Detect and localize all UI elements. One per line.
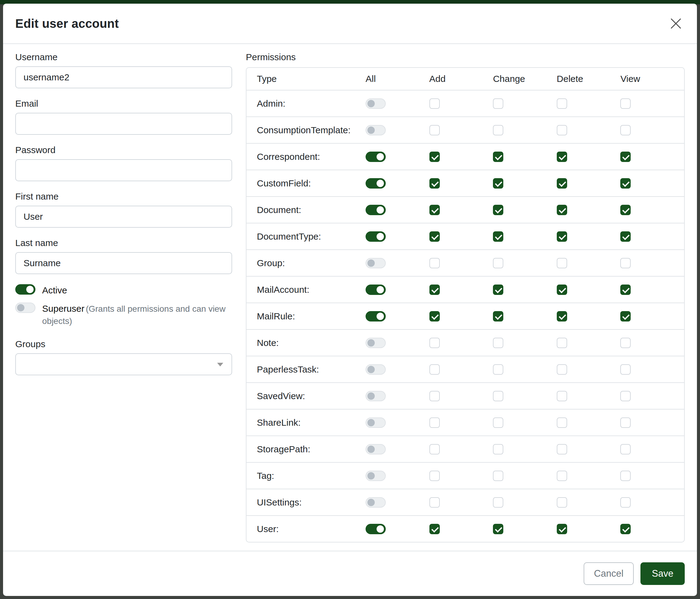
perm-document-change-checkbox[interactable] bbox=[493, 205, 503, 215]
perm-note-delete-checkbox[interactable] bbox=[557, 338, 567, 348]
perm-paperlesstask-change-checkbox[interactable] bbox=[493, 364, 503, 375]
perm-group-all-toggle[interactable] bbox=[366, 258, 386, 268]
perm-consumptiontemplate-delete-checkbox[interactable] bbox=[557, 125, 567, 136]
perm-note-add-checkbox[interactable] bbox=[429, 338, 440, 348]
perm-consumptiontemplate-view-checkbox[interactable] bbox=[620, 125, 631, 136]
perm-sharelink-all-toggle[interactable] bbox=[366, 417, 386, 428]
perm-tag-view-checkbox[interactable] bbox=[620, 471, 631, 481]
perm-mailaccount-change-checkbox[interactable] bbox=[493, 285, 503, 295]
permission-type-label: Tag: bbox=[247, 463, 366, 489]
perm-sharelink-add-checkbox[interactable] bbox=[429, 417, 440, 428]
perm-note-change-checkbox[interactable] bbox=[493, 338, 503, 348]
perm-user-delete-checkbox[interactable] bbox=[557, 524, 567, 534]
perm-mailaccount-all-toggle[interactable] bbox=[366, 285, 386, 295]
perm-tag-change-checkbox[interactable] bbox=[493, 471, 503, 481]
perm-sharelink-delete-checkbox[interactable] bbox=[557, 417, 567, 428]
perm-correspondent-change-checkbox[interactable] bbox=[493, 151, 503, 162]
perm-mailaccount-delete-checkbox[interactable] bbox=[557, 285, 567, 295]
perm-correspondent-add-checkbox[interactable] bbox=[429, 151, 440, 162]
perm-document-delete-checkbox[interactable] bbox=[557, 205, 567, 215]
perm-paperlesstask-view-checkbox[interactable] bbox=[620, 364, 631, 375]
perm-correspondent-delete-checkbox[interactable] bbox=[557, 151, 567, 162]
perm-document-view-checkbox[interactable] bbox=[620, 205, 631, 215]
perm-storagepath-change-checkbox[interactable] bbox=[493, 444, 503, 454]
perm-documenttype-change-checkbox[interactable] bbox=[493, 231, 503, 242]
perm-admin-add-checkbox[interactable] bbox=[429, 98, 440, 109]
perm-admin-view-checkbox[interactable] bbox=[620, 98, 631, 109]
perm-mailrule-all-toggle[interactable] bbox=[366, 311, 386, 321]
email-input[interactable] bbox=[15, 113, 232, 135]
perm-group-view-checkbox[interactable] bbox=[620, 258, 631, 268]
perm-user-all-toggle[interactable] bbox=[366, 524, 386, 534]
perm-uisettings-all-toggle[interactable] bbox=[366, 497, 386, 508]
perm-correspondent-all-toggle[interactable] bbox=[366, 151, 386, 162]
perm-documenttype-delete-checkbox[interactable] bbox=[557, 231, 567, 242]
perm-document-all-toggle[interactable] bbox=[366, 205, 386, 215]
perm-savedview-add-checkbox[interactable] bbox=[429, 391, 440, 401]
perm-paperlesstask-add-checkbox[interactable] bbox=[429, 364, 440, 375]
perm-tag-all-toggle[interactable] bbox=[366, 471, 386, 481]
last-name-input[interactable] bbox=[15, 252, 232, 274]
perm-customfield-change-checkbox[interactable] bbox=[493, 178, 503, 189]
perm-mailrule-change-checkbox[interactable] bbox=[493, 311, 503, 321]
perm-note-all-toggle[interactable] bbox=[366, 338, 386, 348]
perm-consumptiontemplate-change-checkbox[interactable] bbox=[493, 125, 503, 136]
perm-group-change-checkbox[interactable] bbox=[493, 258, 503, 268]
perm-documenttype-all-toggle[interactable] bbox=[366, 231, 386, 242]
groups-select[interactable] bbox=[15, 353, 232, 375]
active-toggle[interactable] bbox=[15, 284, 35, 295]
perm-storagepath-view-checkbox[interactable] bbox=[620, 444, 631, 454]
close-button[interactable] bbox=[667, 15, 685, 32]
perm-mailaccount-view-checkbox[interactable] bbox=[620, 285, 631, 295]
perm-uisettings-delete-checkbox[interactable] bbox=[557, 497, 567, 508]
password-input[interactable] bbox=[15, 159, 232, 181]
perm-storagepath-add-checkbox[interactable] bbox=[429, 444, 440, 454]
perm-admin-change-checkbox[interactable] bbox=[493, 98, 503, 109]
perm-savedview-view-checkbox[interactable] bbox=[620, 391, 631, 401]
perm-documenttype-view-checkbox[interactable] bbox=[620, 231, 631, 242]
perm-admin-all-toggle[interactable] bbox=[366, 98, 386, 109]
perm-customfield-all-toggle[interactable] bbox=[366, 178, 386, 189]
perm-uisettings-add-checkbox[interactable] bbox=[429, 497, 440, 508]
perm-uisettings-change-checkbox[interactable] bbox=[493, 497, 503, 508]
perm-user-add-checkbox[interactable] bbox=[429, 524, 440, 534]
perm-customfield-delete-checkbox[interactable] bbox=[557, 178, 567, 189]
save-button[interactable]: Save bbox=[641, 562, 685, 585]
perm-admin-delete-checkbox[interactable] bbox=[557, 98, 567, 109]
perm-consumptiontemplate-all-toggle[interactable] bbox=[366, 125, 386, 136]
perm-mailrule-add-checkbox[interactable] bbox=[429, 311, 440, 321]
perm-storagepath-all-toggle[interactable] bbox=[366, 444, 386, 454]
perm-tag-delete-checkbox[interactable] bbox=[557, 471, 567, 481]
permission-row-mailrule: MailRule: bbox=[247, 303, 684, 329]
perm-group-delete-checkbox[interactable] bbox=[557, 258, 567, 268]
perm-savedview-change-checkbox[interactable] bbox=[493, 391, 503, 401]
perm-group-add-checkbox[interactable] bbox=[429, 258, 440, 268]
perm-customfield-add-checkbox[interactable] bbox=[429, 178, 440, 189]
perm-customfield-view-checkbox[interactable] bbox=[620, 178, 631, 189]
perm-note-view-checkbox[interactable] bbox=[620, 338, 631, 348]
perm-documenttype-add-checkbox[interactable] bbox=[429, 231, 440, 242]
perm-user-view-checkbox[interactable] bbox=[620, 524, 631, 534]
perm-paperlesstask-delete-checkbox[interactable] bbox=[557, 364, 567, 375]
perm-mailrule-view-checkbox[interactable] bbox=[620, 311, 631, 321]
perm-mailaccount-add-checkbox[interactable] bbox=[429, 285, 440, 295]
superuser-toggle[interactable] bbox=[15, 303, 35, 313]
perm-sharelink-change-checkbox[interactable] bbox=[493, 417, 503, 428]
perm-savedview-all-toggle[interactable] bbox=[366, 391, 386, 401]
perm-document-add-checkbox[interactable] bbox=[429, 205, 440, 215]
perm-uisettings-view-checkbox[interactable] bbox=[620, 497, 631, 508]
perm-correspondent-view-checkbox[interactable] bbox=[620, 151, 631, 162]
first-name-input[interactable] bbox=[15, 206, 232, 228]
perm-storagepath-delete-checkbox[interactable] bbox=[557, 444, 567, 454]
perm-consumptiontemplate-add-checkbox[interactable] bbox=[429, 125, 440, 136]
perm-mailrule-delete-checkbox[interactable] bbox=[557, 311, 567, 321]
permission-type-label: MailAccount: bbox=[247, 277, 366, 303]
perm-sharelink-view-checkbox[interactable] bbox=[620, 417, 631, 428]
perm-tag-add-checkbox[interactable] bbox=[429, 471, 440, 481]
cancel-button[interactable]: Cancel bbox=[584, 562, 634, 585]
username-input[interactable] bbox=[15, 66, 232, 88]
perm-user-change-checkbox[interactable] bbox=[493, 524, 503, 534]
perm-paperlesstask-all-toggle[interactable] bbox=[366, 364, 386, 375]
permission-type-label: DocumentType: bbox=[247, 223, 366, 249]
perm-savedview-delete-checkbox[interactable] bbox=[557, 391, 567, 401]
